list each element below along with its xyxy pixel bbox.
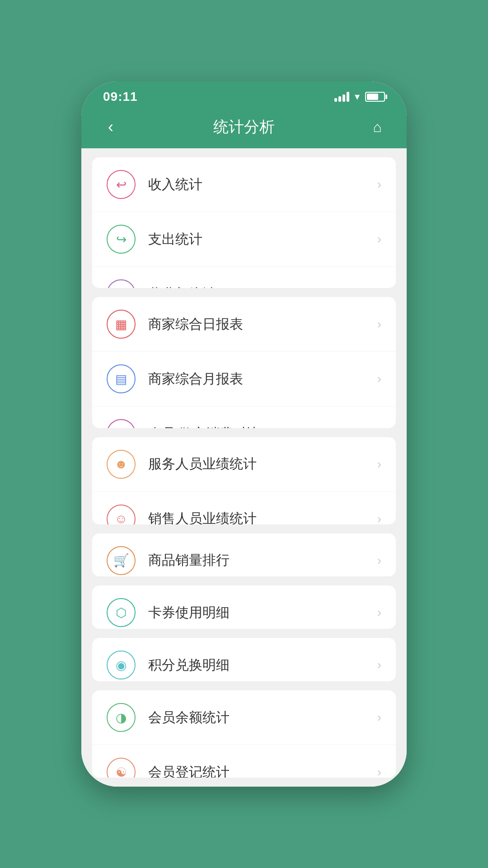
- card-group-group3: ☻服务人员业绩统计›☺销售人员业绩统计›: [92, 437, 396, 524]
- label-member-balance: 会员余额统计: [148, 708, 377, 727]
- status-icons: ▾: [334, 91, 385, 103]
- icon-income: ↩: [107, 170, 136, 199]
- content-area: ↩收入统计›↪支出统计›↗营业额统计›▦商家综合日报表›▤商家综合月报表›◎会员…: [81, 148, 407, 787]
- label-coupon-detail: 卡券使用明细: [148, 604, 377, 622]
- phone-frame: 09:11 ▾ ‹ 统计分析 ⌂ ↩收入统计›↪支出统计›↗营业额统计›▦商家综…: [81, 81, 407, 787]
- label-goods-rank: 商品销量排行: [148, 551, 377, 570]
- label-member-compare: 会员/散客消费对比: [148, 425, 377, 428]
- label-expense: 支出统计: [148, 230, 377, 249]
- arrow-sales-perf: ›: [377, 512, 381, 524]
- icon-member-compare: ◎: [107, 419, 136, 428]
- card-group-group2: ▦商家综合日报表›▤商家综合月报表›◎会员/散客消费对比›: [92, 297, 396, 428]
- label-points-detail: 积分兑换明细: [148, 656, 377, 675]
- status-bar: 09:11 ▾: [81, 81, 407, 109]
- label-member-register: 会员登记统计: [148, 763, 377, 778]
- menu-item-coupon-detail[interactable]: ⬡卡券使用明细›: [92, 585, 396, 629]
- battery-icon: [365, 92, 385, 102]
- nav-bar: ‹ 统计分析 ⌂: [81, 109, 407, 148]
- arrow-income: ›: [377, 177, 381, 192]
- icon-goods-rank: 🛒: [107, 546, 136, 575]
- page-title: 统计分析: [213, 117, 275, 137]
- card-group-group1: ↩收入统计›↪支出统计›↗营业额统计›: [92, 157, 396, 288]
- label-sales-perf: 销售人员业绩统计: [148, 509, 377, 524]
- menu-item-member-compare[interactable]: ◎会员/散客消费对比›: [92, 406, 396, 428]
- signal-icon: [334, 92, 349, 102]
- icon-points-detail: ◉: [107, 651, 136, 679]
- icon-staff-perf: ☻: [107, 450, 136, 479]
- label-daily-report: 商家综合日报表: [148, 315, 377, 334]
- icon-member-balance: ◑: [107, 703, 136, 732]
- card-group-group6: ◉积分兑换明细›: [92, 638, 396, 681]
- arrow-expense: ›: [377, 232, 381, 246]
- menu-item-staff-perf[interactable]: ☻服务人员业绩统计›: [92, 437, 396, 492]
- card-group-group7: ◑会员余额统计›☯会员登记统计›: [92, 690, 396, 778]
- arrow-member-compare: ›: [377, 426, 381, 428]
- menu-item-member-register[interactable]: ☯会员登记统计›: [92, 745, 396, 778]
- menu-item-points-detail[interactable]: ◉积分兑换明细›: [92, 638, 396, 681]
- menu-item-goods-rank[interactable]: 🛒商品销量排行›: [92, 533, 396, 577]
- menu-item-monthly-report[interactable]: ▤商家综合月报表›: [92, 352, 396, 406]
- icon-daily-report: ▦: [107, 310, 136, 339]
- arrow-member-register: ›: [377, 765, 381, 778]
- label-staff-perf: 服务人员业绩统计: [148, 455, 377, 473]
- arrow-staff-perf: ›: [377, 457, 381, 472]
- label-revenue: 营业额统计: [148, 285, 377, 288]
- wifi-icon: ▾: [355, 91, 360, 103]
- icon-expense: ↪: [107, 225, 136, 254]
- menu-item-sales-perf[interactable]: ☺销售人员业绩统计›: [92, 492, 396, 524]
- icon-member-register: ☯: [107, 758, 136, 778]
- arrow-monthly-report: ›: [377, 372, 381, 386]
- back-button[interactable]: ‹: [99, 118, 122, 137]
- menu-item-revenue[interactable]: ↗营业额统计›: [92, 267, 396, 288]
- arrow-points-detail: ›: [377, 658, 381, 672]
- icon-revenue: ↗: [107, 279, 136, 288]
- label-monthly-report: 商家综合月报表: [148, 370, 377, 388]
- menu-item-daily-report[interactable]: ▦商家综合日报表›: [92, 297, 396, 352]
- arrow-goods-rank: ›: [377, 553, 381, 568]
- menu-item-income[interactable]: ↩收入统计›: [92, 157, 396, 212]
- arrow-revenue: ›: [377, 287, 381, 288]
- card-group-group4: 🛒商品销量排行›: [92, 533, 396, 577]
- icon-coupon-detail: ⬡: [107, 598, 136, 627]
- home-button[interactable]: ⌂: [366, 119, 389, 136]
- arrow-coupon-detail: ›: [377, 605, 381, 620]
- icon-sales-perf: ☺: [107, 505, 136, 524]
- arrow-member-balance: ›: [377, 710, 381, 725]
- card-group-group5: ⬡卡券使用明细›: [92, 585, 396, 629]
- label-income: 收入统计: [148, 175, 377, 194]
- menu-item-member-balance[interactable]: ◑会员余额统计›: [92, 690, 396, 745]
- status-time: 09:11: [103, 90, 138, 104]
- menu-item-expense[interactable]: ↪支出统计›: [92, 212, 396, 267]
- arrow-daily-report: ›: [377, 317, 381, 331]
- icon-monthly-report: ▤: [107, 364, 136, 393]
